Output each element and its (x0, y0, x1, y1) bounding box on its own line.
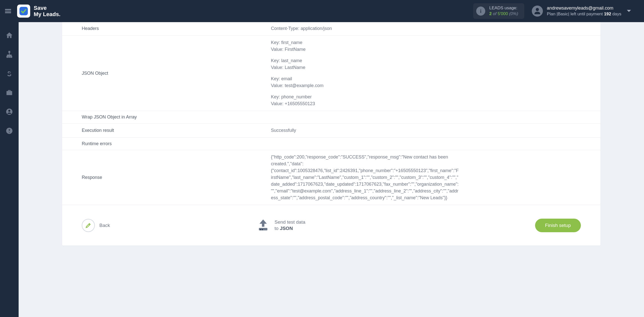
hamburger-menu[interactable] (3, 6, 14, 17)
send-test-button[interactable]: Send test data to JSON (256, 218, 305, 233)
label-response: Response (62, 154, 271, 201)
logo[interactable]: Save My Leads. (17, 5, 60, 18)
info-icon: i (476, 7, 485, 16)
svg-rect-2 (7, 56, 8, 57)
sidebar-item-connections[interactable] (4, 49, 15, 60)
kv-pair: Key: last_name Value: LastName (271, 57, 585, 71)
svg-rect-9 (260, 229, 261, 230)
sitemap-icon (6, 51, 13, 58)
question-icon (6, 127, 13, 135)
user-circle-icon (6, 108, 13, 115)
home-icon (6, 31, 13, 39)
avatar (532, 6, 543, 17)
check-icon (19, 6, 29, 16)
send-test-label: Send test data to JSON (274, 219, 305, 231)
label-json-object: JSON Object (62, 39, 271, 107)
sidebar-item-home[interactable] (4, 30, 15, 41)
usage-box[interactable]: i LEADS usage: 2 of 5'000 (0%) (473, 3, 524, 19)
svg-rect-3 (11, 56, 12, 57)
kv-pair: Key: email Value: test@example.com (271, 75, 585, 89)
kv-pair: Key: phone_number Value: +16505550123 (271, 94, 585, 107)
sidebar-item-briefcase[interactable] (4, 87, 15, 98)
value-wrap-array (271, 114, 600, 120)
row-wrap-array: Wrap JSON Object in Array (62, 111, 600, 124)
svg-point-6 (8, 110, 10, 112)
account-menu[interactable]: andrewsavemyleads@gmail.com Plan |Basic|… (532, 5, 621, 17)
svg-rect-0 (19, 7, 28, 15)
sidebar-item-help[interactable] (4, 125, 15, 136)
value-response: {"http_code":200,"response_code":"SUCCES… (271, 154, 475, 201)
back-label: Back (99, 223, 110, 228)
label-execution-result: Execution result (62, 127, 271, 134)
pencil-icon (85, 222, 92, 229)
menu-icon (4, 7, 12, 15)
label-runtime-errors: Runtime errors (62, 141, 271, 146)
svg-rect-10 (262, 229, 263, 230)
svg-rect-1 (8, 51, 10, 53)
sidebar-item-billing[interactable] (4, 68, 15, 79)
logo-text: Save My Leads. (34, 5, 60, 18)
sidebar (0, 22, 19, 317)
account-text: andrewsavemyleads@gmail.com Plan |Basic|… (547, 5, 621, 17)
actions-row: Back Send test data to JSON Finish setup (62, 205, 600, 233)
row-runtime-errors: Runtime errors (62, 138, 600, 150)
finish-setup-button[interactable]: Finish setup (535, 219, 581, 232)
sidebar-item-account[interactable] (4, 106, 15, 117)
label-headers: Headers (62, 25, 271, 32)
upload-icon (256, 218, 270, 233)
details-card: Headers Content-Type: application/json J… (62, 22, 600, 246)
topbar: Save My Leads. i LEADS usage: 2 of 5'000… (0, 0, 644, 22)
edit-icon-circle (82, 219, 95, 232)
logo-badge (17, 5, 30, 18)
chevron-down-icon (625, 8, 632, 15)
topbar-expand[interactable] (624, 6, 634, 16)
value-execution-result: Successfully (271, 127, 600, 134)
row-execution-result: Execution result Successfully (62, 124, 600, 138)
row-headers: Headers Content-Type: application/json (62, 22, 600, 36)
user-icon (534, 7, 541, 15)
page: Headers Content-Type: application/json J… (19, 22, 644, 317)
back-button[interactable]: Back (82, 219, 110, 232)
usage-text: LEADS usage: 2 of 5'000 (0%) (489, 5, 518, 17)
dollar-icon (6, 70, 13, 77)
value-headers: Content-Type: application/json (271, 25, 600, 32)
kv-pair: Key: first_name Value: FirstName (271, 39, 585, 53)
value-json-object: Key: first_name Value: FirstName Key: la… (271, 39, 600, 107)
value-runtime-errors (271, 141, 600, 146)
row-json-object: JSON Object Key: first_name Value: First… (62, 36, 600, 111)
row-response: Response {"http_code":200,"response_code… (62, 150, 600, 205)
svg-rect-4 (9, 56, 10, 57)
briefcase-icon (6, 89, 13, 96)
label-wrap-array: Wrap JSON Object in Array (62, 114, 271, 120)
